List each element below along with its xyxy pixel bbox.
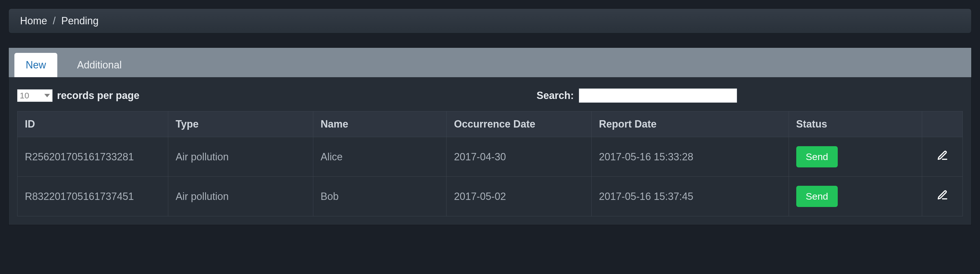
page-size-value: 10 (20, 91, 29, 100)
cell-id: R256201705161733281 (18, 137, 168, 177)
table-row: R832201705161737451 Air pollution Bob 20… (18, 177, 963, 216)
caret-down-icon (44, 94, 50, 97)
tab-additional[interactable]: Additional (66, 53, 133, 77)
tab-additional-label: Additional (77, 59, 122, 71)
cell-report: 2017-05-16 15:33:28 (592, 137, 789, 177)
cell-type: Air pollution (168, 177, 313, 216)
breadcrumb-separator: / (53, 15, 56, 27)
tab-bar: New Additional (9, 48, 971, 77)
search-input[interactable] (579, 88, 737, 103)
table-row: R256201705161733281 Air pollution Alice … (18, 137, 963, 177)
cell-status: Send (789, 177, 922, 216)
cell-actions (922, 177, 963, 216)
col-header-type[interactable]: Type (168, 111, 313, 137)
tab-new[interactable]: New (14, 53, 57, 77)
edit-icon[interactable] (937, 189, 948, 201)
breadcrumb: Home / Pending (8, 8, 972, 34)
cell-name: Bob (313, 177, 447, 216)
pending-table: ID Type Name Occurrence Date Report Date… (17, 111, 963, 216)
col-header-name[interactable]: Name (313, 111, 447, 137)
cell-report: 2017-05-16 15:37:45 (592, 177, 789, 216)
cell-id: R832201705161737451 (18, 177, 168, 216)
cell-name: Alice (313, 137, 447, 177)
send-button[interactable]: Send (796, 146, 838, 167)
col-header-actions (922, 111, 963, 137)
breadcrumb-current: Pending (61, 15, 99, 27)
table-header-row: ID Type Name Occurrence Date Report Date… (18, 111, 963, 137)
records-per-page-label: records per page (57, 90, 140, 101)
col-header-status[interactable]: Status (789, 111, 922, 137)
table-controls: 10 records per page Search: (17, 88, 963, 103)
cell-occurrence: 2017-05-02 (447, 177, 592, 216)
edit-icon[interactable] (937, 150, 948, 161)
col-header-occurrence[interactable]: Occurrence Date (447, 111, 592, 137)
col-header-report[interactable]: Report Date (592, 111, 789, 137)
page-size-select[interactable]: 10 (17, 89, 52, 102)
breadcrumb-home[interactable]: Home (20, 15, 47, 27)
pending-panel: New Additional 10 records per page Searc… (8, 48, 972, 225)
tab-new-label: New (26, 59, 46, 71)
cell-status: Send (789, 137, 922, 177)
cell-type: Air pollution (168, 137, 313, 177)
tab-content: 10 records per page Search: ID Type Name… (9, 77, 971, 225)
send-button[interactable]: Send (796, 186, 838, 207)
search-label: Search: (536, 90, 574, 101)
cell-actions (922, 137, 963, 177)
search-block: Search: (536, 88, 737, 103)
col-header-id[interactable]: ID (18, 111, 168, 137)
cell-occurrence: 2017-04-30 (447, 137, 592, 177)
